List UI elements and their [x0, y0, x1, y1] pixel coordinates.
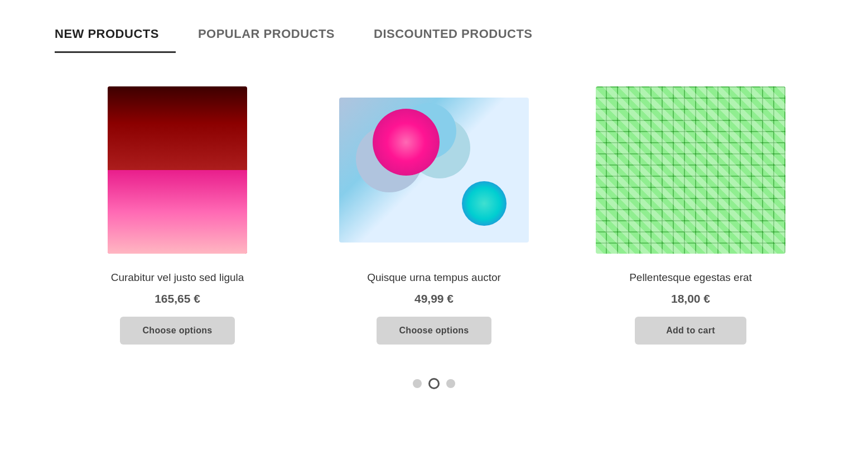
products-grid: Curabitur vel justo sed ligula 165,65 € … — [55, 75, 813, 350]
product-price-3: 18,00 € — [671, 292, 710, 306]
product-image-2 — [314, 81, 554, 259]
product-card-2: Quisque urna tempus auctor 49,99 € Choos… — [314, 81, 554, 345]
product-image-3 — [571, 81, 811, 259]
pagination-dot-3[interactable] — [446, 379, 455, 388]
main-container: NEW PRODUCTS POPULAR PRODUCTS DISCOUNTED… — [32, 0, 836, 406]
tab-new-products[interactable]: NEW PRODUCTS — [55, 17, 176, 53]
product-price-1: 165,65 € — [155, 292, 200, 306]
add-to-cart-button-3[interactable]: Add to cart — [635, 317, 746, 345]
tab-discounted-products[interactable]: DISCOUNTED PRODUCTS — [374, 17, 549, 53]
product-card-1: Curabitur vel justo sed ligula 165,65 € … — [57, 81, 297, 345]
product-tabs: NEW PRODUCTS POPULAR PRODUCTS DISCOUNTED… — [55, 17, 813, 53]
product-card-3: Pellentesque egestas erat 18,00 € Add to… — [571, 81, 811, 345]
product-price-2: 49,99 € — [414, 292, 454, 306]
pagination-dots — [55, 378, 813, 389]
product-name-3: Pellentesque egestas erat — [629, 270, 752, 285]
product-img-shirt — [596, 86, 785, 254]
product-name-2: Quisque urna tempus auctor — [367, 270, 501, 285]
choose-options-button-2[interactable]: Choose options — [377, 317, 491, 345]
tab-popular-products[interactable]: POPULAR PRODUCTS — [198, 17, 351, 53]
product-img-accessories — [339, 98, 529, 243]
product-name-1: Curabitur vel justo sed ligula — [111, 270, 244, 285]
pagination-dot-1[interactable] — [413, 379, 422, 388]
choose-options-button-1[interactable]: Choose options — [120, 317, 234, 345]
product-img-dress — [108, 86, 247, 254]
product-image-1 — [57, 81, 297, 259]
pagination-dot-2[interactable] — [428, 378, 440, 389]
